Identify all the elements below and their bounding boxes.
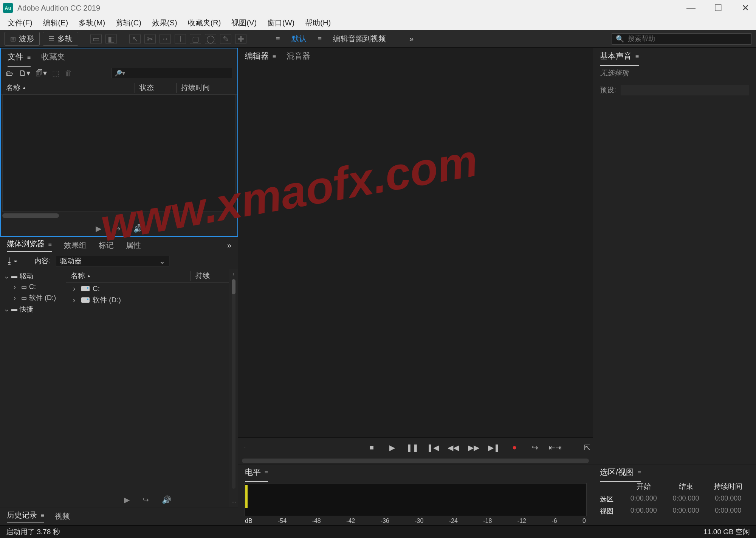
- close-file-icon[interactable]: ⬚: [52, 68, 59, 78]
- files-search[interactable]: 🔎▾: [111, 68, 232, 78]
- tab-editor[interactable]: 编辑器 ≡: [245, 48, 276, 64]
- tab-markers[interactable]: 标记: [99, 240, 114, 250]
- col-name[interactable]: 名称▲: [6, 83, 135, 93]
- tab-properties[interactable]: 属性: [126, 240, 141, 250]
- menu-clip[interactable]: 剪辑(C): [110, 16, 147, 30]
- download-icon[interactable]: ⭳▾: [5, 256, 18, 266]
- tab-mixer[interactable]: 混音器: [287, 48, 310, 64]
- workspace-default[interactable]: 默认: [291, 34, 307, 44]
- play-button[interactable]: ▶: [386, 442, 398, 453]
- menu-favorites[interactable]: 收藏夹(R): [183, 16, 226, 30]
- tab-media-browser[interactable]: 媒体浏览器 ≡: [7, 239, 52, 252]
- editor-canvas[interactable]: [238, 64, 593, 437]
- view-duration[interactable]: 0:00.000: [707, 507, 749, 516]
- loop-icon[interactable]: ↪: [143, 495, 149, 504]
- search-help-box[interactable]: 🔍: [612, 33, 751, 45]
- editor-hscroll[interactable]: [238, 457, 593, 465]
- rewind-button[interactable]: ◀◀: [448, 442, 459, 453]
- media-tabs-overflow-icon[interactable]: »: [227, 241, 231, 250]
- workspace-overflow-icon[interactable]: »: [409, 34, 414, 43]
- tab-selection-view[interactable]: 选区/视图 ≡: [600, 464, 641, 480]
- preset-select[interactable]: [621, 85, 749, 95]
- heal-icon[interactable]: ✚: [235, 34, 246, 44]
- selection-end[interactable]: 0:00.000: [665, 494, 707, 504]
- workspace-menu-icon-2[interactable]: ≡: [318, 35, 322, 43]
- move-tool-icon[interactable]: ↖: [129, 34, 141, 44]
- spectral-icon[interactable]: ◧: [105, 34, 117, 44]
- new-file-icon[interactable]: 🗋▾: [19, 68, 30, 78]
- menu-multitrack[interactable]: 多轨(M): [73, 16, 110, 30]
- files-hscroll[interactable]: [2, 213, 236, 219]
- workspace-edit-audio-to-video[interactable]: 编辑音频到视频: [333, 34, 386, 44]
- loop-icon[interactable]: ↪: [114, 224, 121, 233]
- menu-effects[interactable]: 效果(S): [147, 16, 183, 30]
- stop-button[interactable]: ■: [366, 442, 377, 453]
- selection-start[interactable]: 0:00.000: [623, 494, 665, 504]
- panel-menu-icon[interactable]: ≡: [273, 53, 276, 60]
- media-vscroll[interactable]: + − ⋯: [229, 269, 238, 507]
- multitrack-mode-button[interactable]: ☰ 多轨: [43, 32, 78, 46]
- menu-edit[interactable]: 编辑(E): [38, 16, 74, 30]
- search-help-input[interactable]: [628, 35, 747, 43]
- close-button[interactable]: ✕: [738, 3, 753, 13]
- view-start[interactable]: 0:00.000: [623, 507, 665, 516]
- tab-favorites[interactable]: 收藏夹: [41, 48, 65, 65]
- menu-view[interactable]: 视图(V): [226, 16, 262, 30]
- col-status[interactable]: 状态: [135, 83, 176, 93]
- menu-help[interactable]: 帮助(H): [300, 16, 336, 30]
- delete-icon[interactable]: 🗑: [65, 69, 72, 78]
- workspace-menu-icon[interactable]: ≡: [276, 35, 280, 43]
- open-file-icon[interactable]: 🗁: [6, 69, 14, 78]
- time-select-icon[interactable]: Ⅰ: [175, 34, 186, 44]
- menu-file[interactable]: 文件(F): [2, 16, 38, 30]
- skip-selection-button[interactable]: ⇤⇥: [550, 442, 561, 453]
- panel-menu-icon[interactable]: ≡: [635, 53, 639, 60]
- panel-menu-icon[interactable]: ≡: [41, 512, 44, 519]
- panel-menu-icon[interactable]: ≡: [48, 241, 52, 247]
- tab-video[interactable]: 视频: [55, 511, 70, 521]
- selection-duration[interactable]: 0:00.000: [707, 494, 749, 504]
- marquee-icon[interactable]: ▢: [190, 34, 201, 44]
- import-icon[interactable]: 🗐▾: [36, 68, 47, 78]
- hud-icon[interactable]: ▭: [90, 34, 102, 44]
- list-item-drive-d[interactable]: ›软件 (D:): [66, 294, 229, 306]
- play-icon[interactable]: ▶: [96, 224, 101, 233]
- col-duration[interactable]: 持续时间: [176, 83, 210, 93]
- media-col-duration[interactable]: 持续: [191, 271, 225, 281]
- tree-drives[interactable]: ⌄▬驱动: [0, 271, 66, 282]
- record-button[interactable]: ●: [509, 442, 520, 453]
- pause-button[interactable]: ❚❚: [407, 442, 418, 453]
- plus-icon[interactable]: +: [232, 271, 235, 277]
- play-icon[interactable]: ▶: [124, 495, 130, 504]
- minus-icon[interactable]: −: [232, 491, 235, 497]
- waveform-mode-button[interactable]: ⊞ 波形: [5, 32, 40, 46]
- more-icon[interactable]: ⋯: [231, 499, 236, 505]
- tree-drive-d[interactable]: ›▭软件 (D:): [0, 292, 66, 303]
- list-item-drive-c[interactable]: ›C:: [66, 283, 229, 294]
- tab-effects-rack[interactable]: 效果组: [64, 240, 87, 250]
- fast-forward-button[interactable]: ▶▶: [468, 442, 479, 453]
- minimize-button[interactable]: —: [683, 3, 699, 13]
- tab-essential-sound[interactable]: 基本声音 ≡: [600, 48, 639, 64]
- brush-icon[interactable]: ✎: [220, 34, 231, 44]
- go-to-end-button[interactable]: ▶❚: [488, 442, 500, 453]
- go-to-start-button[interactable]: ❚◀: [427, 442, 438, 453]
- tab-levels[interactable]: 电平 ≡: [245, 464, 268, 480]
- lasso-icon[interactable]: ◯: [205, 34, 216, 44]
- content-select[interactable]: 驱动器 ⌄: [56, 256, 169, 266]
- loop-playback-button[interactable]: ↪: [529, 442, 541, 453]
- autoplay-icon[interactable]: 🔊: [162, 495, 171, 504]
- slip-tool-icon[interactable]: ↔: [160, 34, 171, 44]
- razor-tool-icon[interactable]: ✂: [144, 34, 156, 44]
- tree-drive-c[interactable]: ›▭C:: [0, 282, 66, 292]
- panel-menu-icon[interactable]: ≡: [638, 470, 641, 476]
- tab-history[interactable]: 历史记录 ≡: [7, 510, 44, 522]
- tab-files[interactable]: 文件 ≡: [8, 48, 31, 65]
- panel-menu-icon[interactable]: ≡: [27, 54, 31, 61]
- tree-shortcuts[interactable]: ⌄▬快捷: [0, 303, 66, 315]
- maximize-button[interactable]: ☐: [711, 3, 726, 13]
- media-col-name[interactable]: 名称▲: [71, 271, 191, 281]
- autoplay-icon[interactable]: 🔊: [133, 224, 143, 233]
- view-end[interactable]: 0:00.000: [665, 507, 707, 516]
- panel-menu-icon[interactable]: ≡: [265, 470, 268, 476]
